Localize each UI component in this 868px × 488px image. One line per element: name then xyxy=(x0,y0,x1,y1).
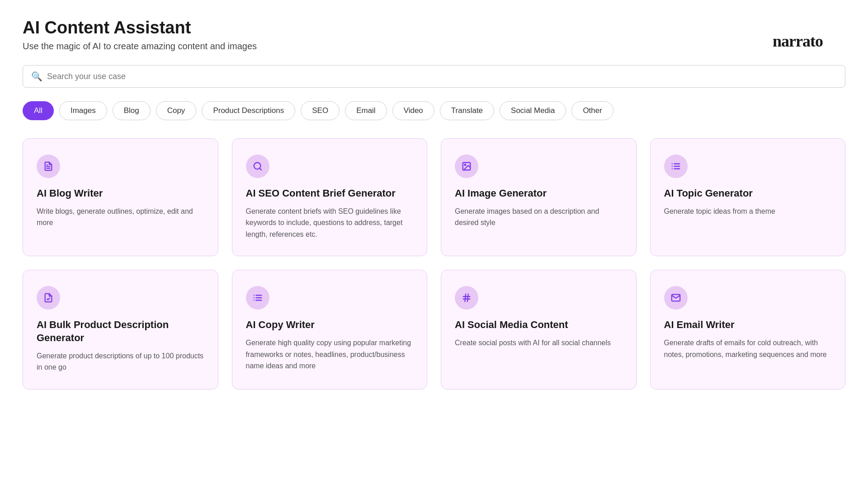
filter-tab-seo[interactable]: SEO xyxy=(301,101,340,120)
card-description-0: Write blogs, generate outlines, optimize… xyxy=(37,206,204,229)
filter-tab-copy[interactable]: Copy xyxy=(156,101,197,120)
filter-tab-other[interactable]: Other xyxy=(571,101,613,120)
card-description-2: Generate images based on a description a… xyxy=(455,206,623,229)
search-box: 🔍 xyxy=(23,65,845,88)
card-description-1: Generate content briefs with SEO guideli… xyxy=(246,206,414,240)
card-5[interactable]: AI Copy WriterGenerate high quality copy… xyxy=(232,270,428,389)
blog-icon xyxy=(37,155,60,178)
filter-tab-product-descriptions[interactable]: Product Descriptions xyxy=(202,101,295,120)
filter-tab-images[interactable]: Images xyxy=(59,101,107,120)
page-header: AI Content Assistant Use the magic of AI… xyxy=(23,18,845,52)
card-description-4: Generate product descriptions of up to 1… xyxy=(37,350,204,373)
cards-grid: AI Blog WriterWrite blogs, generate outl… xyxy=(23,138,845,389)
card-4[interactable]: AI Bulk Product Description GeneratorGen… xyxy=(23,270,218,389)
svg-line-20 xyxy=(465,294,466,302)
svg-line-21 xyxy=(467,294,468,302)
card-description-6: Create social posts with AI for all soci… xyxy=(455,337,623,349)
filter-tab-translate[interactable]: Translate xyxy=(440,101,494,120)
card-title-3: AI Topic Generator xyxy=(664,187,832,200)
card-3[interactable]: AI Topic GeneratorGenerate topic ideas f… xyxy=(650,138,846,256)
card-description-3: Generate topic ideas from a theme xyxy=(664,206,832,217)
card-1[interactable]: AI SEO Content Brief GeneratorGenerate c… xyxy=(232,138,428,256)
page-title: AI Content Assistant xyxy=(23,18,845,38)
logo: narrato xyxy=(773,32,823,51)
card-description-7: Generate drafts of emails for cold outre… xyxy=(664,337,832,360)
seo-icon xyxy=(246,155,269,178)
search-icon: 🔍 xyxy=(31,71,42,82)
image-icon xyxy=(455,155,478,178)
filter-tab-blog[interactable]: Blog xyxy=(113,101,151,120)
card-2[interactable]: AI Image GeneratorGenerate images based … xyxy=(441,138,637,256)
card-title-7: AI Email Writer xyxy=(664,319,832,332)
bulk-product-icon xyxy=(37,286,60,310)
card-7[interactable]: AI Email WriterGenerate drafts of emails… xyxy=(650,270,846,389)
card-title-5: AI Copy Writer xyxy=(246,319,414,332)
card-6[interactable]: AI Social Media ContentCreate social pos… xyxy=(441,270,637,389)
card-title-4: AI Bulk Product Description Generator xyxy=(37,319,204,344)
filter-tab-all[interactable]: All xyxy=(23,101,54,120)
page-subtitle: Use the magic of AI to create amazing co… xyxy=(23,41,845,52)
filter-tabs: AllImagesBlogCopyProduct DescriptionsSEO… xyxy=(23,101,845,120)
svg-point-5 xyxy=(464,164,466,165)
filter-tab-email[interactable]: Email xyxy=(345,101,387,120)
topic-icon xyxy=(664,155,688,178)
search-container: 🔍 xyxy=(23,65,845,88)
social-media-icon xyxy=(455,286,478,310)
card-0[interactable]: AI Blog WriterWrite blogs, generate outl… xyxy=(23,138,218,256)
copy-icon xyxy=(246,286,269,310)
card-title-2: AI Image Generator xyxy=(455,187,623,200)
filter-tab-social-media[interactable]: Social Media xyxy=(500,101,566,120)
card-title-6: AI Social Media Content xyxy=(455,319,623,332)
email-icon xyxy=(664,286,688,310)
card-title-0: AI Blog Writer xyxy=(37,187,204,200)
search-input[interactable] xyxy=(47,72,837,81)
card-title-1: AI SEO Content Brief Generator xyxy=(246,187,414,200)
filter-tab-video[interactable]: Video xyxy=(392,101,434,120)
card-description-5: Generate high quality copy using popular… xyxy=(246,337,414,372)
svg-line-3 xyxy=(259,168,261,170)
